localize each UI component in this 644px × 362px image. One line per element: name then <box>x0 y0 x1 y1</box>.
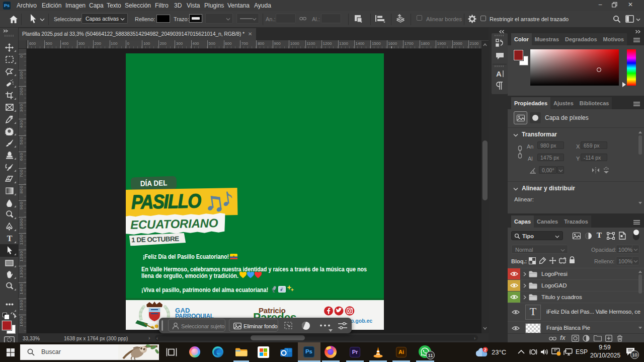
svg-text:ECUATORIANO: ECUATORIANO <box>130 216 218 232</box>
svg-text:2: 2 <box>484 347 487 352</box>
svg-text:T: T <box>7 235 12 243</box>
svg-text:1 DE OCTUBRE: 1 DE OCTUBRE <box>131 235 180 244</box>
svg-text:A: A <box>496 69 502 78</box>
